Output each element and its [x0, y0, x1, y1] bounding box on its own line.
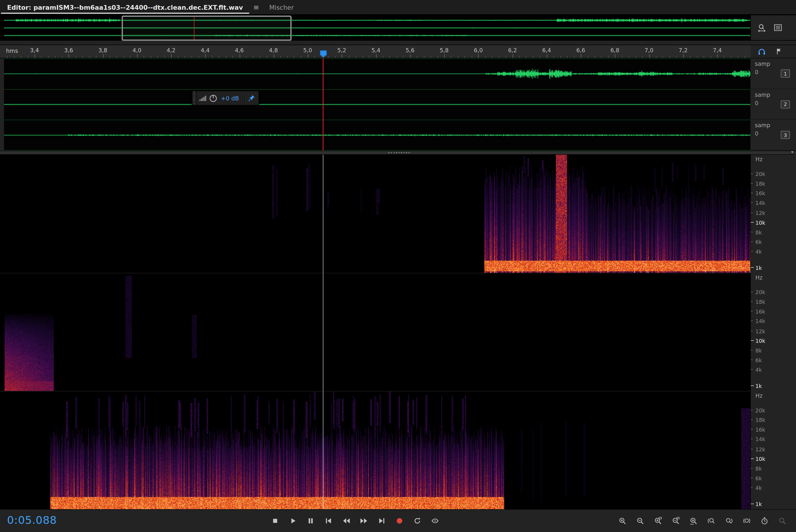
- zoom-selection-full-button[interactable]: [739, 514, 755, 528]
- panel-menu-icon[interactable]: ≡: [250, 3, 262, 11]
- ruler-tick: [581, 54, 581, 58]
- frequency-label-8k: 8k: [751, 229, 796, 235]
- pause-button[interactable]: [303, 514, 319, 528]
- ruler-tick: [349, 56, 349, 58]
- ruler-tick: [403, 56, 404, 58]
- zoom-in-point-button[interactable]: [704, 514, 719, 528]
- spectrogram-channel-2[interactable]: [4, 273, 750, 391]
- ruler-tick: [635, 56, 636, 58]
- zoom-out-selection-button[interactable]: [668, 514, 683, 528]
- ruler-tick: [362, 56, 363, 58]
- zoom-out-button[interactable]: [633, 514, 648, 528]
- waveform-display[interactable]: [4, 58, 750, 151]
- frequency-label-20k: 20k: [751, 289, 796, 295]
- ruler-ticks: 3,43,63,84,04,24,44,64,85,05,25,45,65,86…: [4, 45, 750, 58]
- waveform-channel-1[interactable]: [4, 58, 750, 90]
- channel-number-badge[interactable]: 3: [781, 131, 790, 139]
- gain-knob-icon[interactable]: [209, 94, 218, 103]
- playhead-line-spectrogram[interactable]: [323, 155, 324, 509]
- overview-waveform[interactable]: [4, 16, 750, 40]
- playhead-line-waveform[interactable]: [323, 58, 324, 151]
- monitor-headphones-button[interactable]: [755, 45, 768, 58]
- frequency-tick: [751, 242, 753, 242]
- ruler-tick-label: 7,0: [645, 47, 654, 54]
- ruler-tick-label: 6,0: [474, 47, 483, 54]
- channel-number-badge[interactable]: 1: [781, 69, 790, 77]
- time-display[interactable]: 0:05.088: [7, 510, 57, 532]
- panel-splitter[interactable]: ▾: [0, 151, 796, 155]
- ruler-tick-label: 5,8: [440, 47, 449, 54]
- waveform-channel-2[interactable]: [4, 89, 750, 119]
- tab-editor[interactable]: Editor: paramISM3--bm6aa1s03--24400--dtx…: [0, 0, 250, 14]
- frequency-tick: [751, 439, 753, 439]
- frequency-tick: [751, 267, 754, 268]
- ruler-tick: [342, 54, 342, 58]
- frequency-label-1k: 1k: [751, 265, 796, 271]
- hud-drag-grip[interactable]: [192, 91, 197, 105]
- frequency-scale-1: Hz20k18k16k14k12k10k8k6k4k1k: [751, 155, 796, 273]
- ruler-tick: [574, 56, 574, 58]
- waveform-channel-3[interactable]: [4, 119, 750, 151]
- stop-button[interactable]: [267, 514, 283, 528]
- ruler-tick: [622, 56, 622, 58]
- marker-button[interactable]: [772, 45, 785, 58]
- channel-gain-value[interactable]: 0: [755, 100, 758, 106]
- ruler-tick: [123, 56, 124, 58]
- zoom-in-button[interactable]: [615, 514, 630, 528]
- fast-forward-button[interactable]: [356, 514, 372, 528]
- ruler-tick-label: 4,2: [167, 47, 176, 54]
- zoom-disabled-button[interactable]: [775, 514, 790, 528]
- ruler-tick: [198, 56, 199, 58]
- frequency-label-text: 12k: [756, 210, 765, 216]
- channel-gain-value[interactable]: 0: [755, 130, 758, 137]
- splitter-handle[interactable]: [388, 152, 410, 153]
- skip-selection-button[interactable]: [428, 514, 443, 528]
- gain-hud[interactable]: +0 dB: [192, 91, 258, 106]
- spectrogram-channel-1[interactable]: [4, 155, 750, 273]
- ruler-tick: [676, 56, 677, 58]
- channel-gain-value[interactable]: 0: [755, 69, 758, 76]
- playhead-marker[interactable]: [320, 50, 327, 56]
- time-ruler[interactable]: hms 3,43,63,84,04,24,44,64,85,05,25,45,6…: [0, 44, 796, 58]
- ruler-tick: [205, 54, 206, 58]
- skip-to-end-button[interactable]: [374, 514, 390, 528]
- overview-display-menu-button[interactable]: [771, 22, 784, 34]
- skip-to-start-button[interactable]: [321, 514, 336, 528]
- pin-icon[interactable]: [248, 94, 255, 102]
- overview-selection[interactable]: [122, 16, 291, 40]
- hud-separator: [245, 93, 245, 103]
- frequency-scale-3: Hz20k18k16k14k12k10k8k6k4k1k: [751, 391, 796, 509]
- zoom-selection-button[interactable]: [686, 514, 701, 528]
- channel-strip-1: samp01: [751, 58, 796, 90]
- ruler-tick: [178, 56, 179, 58]
- overview-strip: [0, 15, 796, 41]
- zoom-out-point-button[interactable]: [721, 514, 737, 528]
- timer-button[interactable]: [757, 514, 772, 528]
- rewind-button[interactable]: [339, 514, 354, 528]
- zoom-controls: [615, 514, 790, 528]
- overview-playhead-line[interactable]: [194, 17, 195, 40]
- frequency-label-text: 14k: [756, 436, 765, 442]
- collapse-chevron-icon[interactable]: ▾: [791, 150, 794, 155]
- channel-number-badge[interactable]: 2: [781, 100, 790, 108]
- channel-name-label: samp: [755, 61, 770, 67]
- loop-playback-button[interactable]: [410, 514, 425, 528]
- ruler-tick: [670, 56, 670, 58]
- frequency-label-text: 18k: [756, 181, 765, 187]
- overview-zoom-nav-button[interactable]: [755, 22, 768, 34]
- ruler-tick: [158, 56, 158, 58]
- frequency-tick: [751, 292, 753, 292]
- frequency-label-text: 4k: [756, 367, 762, 373]
- tab-mixer[interactable]: Mischer: [262, 0, 301, 14]
- ruler-tick: [314, 56, 315, 58]
- frequency-label-8k: 8k: [751, 347, 796, 354]
- play-button[interactable]: [285, 514, 301, 528]
- ruler-tick: [356, 56, 356, 58]
- ruler-tick: [410, 54, 411, 58]
- record-button[interactable]: [392, 514, 407, 528]
- frequency-tick: [751, 468, 753, 469]
- zoom-in-selection-button[interactable]: [650, 514, 666, 528]
- gain-value[interactable]: +0 dB: [219, 94, 242, 101]
- spectrogram-channel-3[interactable]: [4, 391, 750, 509]
- zoom-in-point-icon: [707, 517, 715, 525]
